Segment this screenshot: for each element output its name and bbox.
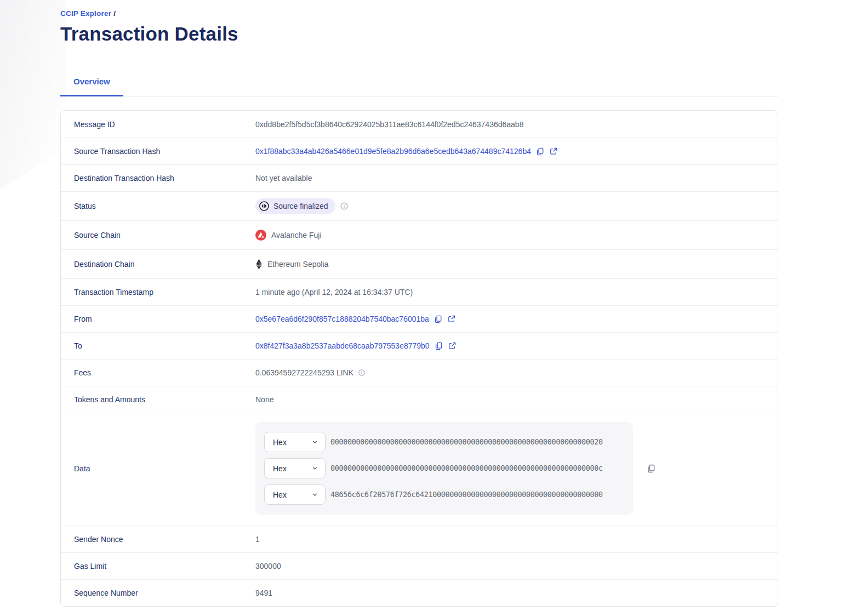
tab-bar: Overview [60, 70, 778, 96]
row-label: Fees [74, 368, 255, 377]
chevron-down-icon [311, 465, 318, 472]
data-hex-value: 48656c6c6f20576f726c64210000000000000000… [330, 490, 603, 499]
table-row-gas-limit: Gas Limit 300000 [61, 552, 778, 579]
sender-nonce-value: 1 [255, 535, 260, 544]
tokens-value: None [255, 395, 273, 404]
copy-icon[interactable] [434, 341, 443, 351]
gas-limit-value: 300000 [255, 562, 281, 571]
row-label: Transaction Timestamp [74, 288, 255, 296]
row-label: Destination Chain [74, 260, 255, 269]
breadcrumb-separator: / [113, 9, 116, 18]
background-decoration [0, 0, 66, 189]
tab-overview[interactable]: Overview [60, 70, 123, 96]
data-encoding-value: Hex [273, 464, 287, 473]
message-id-value: 0xdd8be2f5f5d5cf3b8640c62924025b311ae83c… [255, 120, 523, 129]
chevron-down-icon [311, 438, 318, 446]
table-row-source-chain: Source Chain Avalanche Fuji [61, 220, 778, 249]
row-label: Data [74, 464, 255, 473]
row-label: Source Transaction Hash [74, 147, 255, 156]
page-title: Transaction Details [60, 23, 778, 45]
row-label: Source Chain [74, 231, 255, 239]
table-row-timestamp: Transaction Timestamp 1 minute ago (Apri… [61, 278, 778, 305]
dest-chain-name: Ethereum Sepolia [267, 260, 328, 269]
row-label: Message ID [74, 120, 255, 129]
data-line: Hex 000000000000000000000000000000000000… [264, 432, 624, 452]
table-row-message-id: Message ID 0xdd8be2f5f5d5cf3b8640c629240… [61, 111, 778, 138]
status-badge: Source finalized [255, 198, 335, 214]
table-row-data: Data Hex 0000000000000000000000000000000… [61, 413, 778, 526]
row-label: To [74, 341, 255, 350]
row-label: From [74, 315, 255, 323]
source-tx-hash-link[interactable]: 0x1f88abc33a4ab426a5466e01d9e5fe8a2b96d6… [255, 147, 531, 156]
external-link-icon[interactable] [549, 147, 558, 156]
breadcrumb: CCIP Explorer/ [60, 0, 778, 18]
status-badge-label: Source finalized [273, 202, 328, 210]
table-row-source-tx-hash: Source Transaction Hash 0x1f88abc33a4ab4… [61, 138, 778, 164]
dest-tx-hash-value: Not yet available [255, 174, 312, 182]
info-icon[interactable] [358, 369, 366, 377]
external-link-icon[interactable] [447, 315, 456, 323]
row-label: Gas Limit [74, 562, 255, 571]
table-row-dest-tx-hash: Destination Transaction Hash Not yet ava… [61, 164, 778, 191]
status-pending-icon [259, 201, 270, 212]
to-address-link[interactable]: 0x8f427f3a3a8b2537aabde68caab797553e8779… [255, 341, 430, 350]
breadcrumb-link-ccip-explorer[interactable]: CCIP Explorer [60, 9, 111, 18]
avalanche-logo-icon [255, 230, 266, 241]
row-label: Destination Transaction Hash [74, 174, 255, 182]
from-address-link[interactable]: 0x5e67ea6d6f290f857c1888204b7540bac76001… [255, 315, 429, 323]
data-line: Hex 48656c6c6f20576f726c6421000000000000… [264, 484, 624, 505]
table-row-to: To 0x8f427f3a3a8b2537aabde68caab797553e8… [61, 332, 778, 359]
copy-icon[interactable] [433, 315, 443, 324]
table-row-tokens: Tokens and Amounts None [61, 386, 778, 413]
table-row-sequence-number: Sequence Number 9491 [61, 579, 778, 606]
copy-icon[interactable] [535, 147, 545, 156]
fees-value: 0.06394592722245293 LINK [255, 368, 353, 377]
table-row-sender-nonce: Sender Nonce 1 [61, 526, 778, 552]
copy-icon[interactable] [646, 464, 656, 474]
data-encoding-select[interactable]: Hex [264, 458, 326, 478]
external-link-icon[interactable] [448, 341, 457, 350]
table-row-status: Status Source finalized [61, 191, 778, 220]
ethereum-logo-icon [255, 259, 263, 270]
transaction-details-table: Message ID 0xdd8be2f5f5d5cf3b8640c629240… [60, 110, 778, 607]
data-hex-value: 0000000000000000000000000000000000000000… [330, 438, 603, 446]
timestamp-value: 1 minute ago (April 12, 2024 at 16:34:37… [255, 288, 413, 296]
data-encoding-select[interactable]: Hex [264, 484, 326, 505]
row-label: Status [74, 202, 255, 210]
data-encoding-select[interactable]: Hex [264, 432, 326, 452]
main-content: CCIP Explorer/ Transaction Details Overv… [60, 0, 778, 607]
row-label: Sequence Number [74, 589, 255, 597]
row-label: Sender Nonce [74, 535, 255, 544]
data-encoding-value: Hex [273, 438, 287, 447]
data-encoding-value: Hex [273, 490, 287, 499]
data-hex-value: 0000000000000000000000000000000000000000… [330, 464, 603, 472]
info-icon[interactable] [340, 202, 349, 210]
sequence-number-value: 9491 [255, 589, 272, 597]
table-row-fees: Fees 0.06394592722245293 LINK [61, 359, 778, 386]
source-chain-name: Avalanche Fuji [271, 231, 322, 239]
data-hex-panel: Hex 000000000000000000000000000000000000… [255, 422, 633, 515]
row-label: Tokens and Amounts [74, 395, 255, 404]
chevron-down-icon [311, 491, 318, 498]
data-line: Hex 000000000000000000000000000000000000… [264, 458, 624, 478]
table-row-dest-chain: Destination Chain Ethereum Sepolia [61, 249, 778, 278]
table-row-from: From 0x5e67ea6d6f290f857c1888204b7540bac… [61, 305, 778, 332]
